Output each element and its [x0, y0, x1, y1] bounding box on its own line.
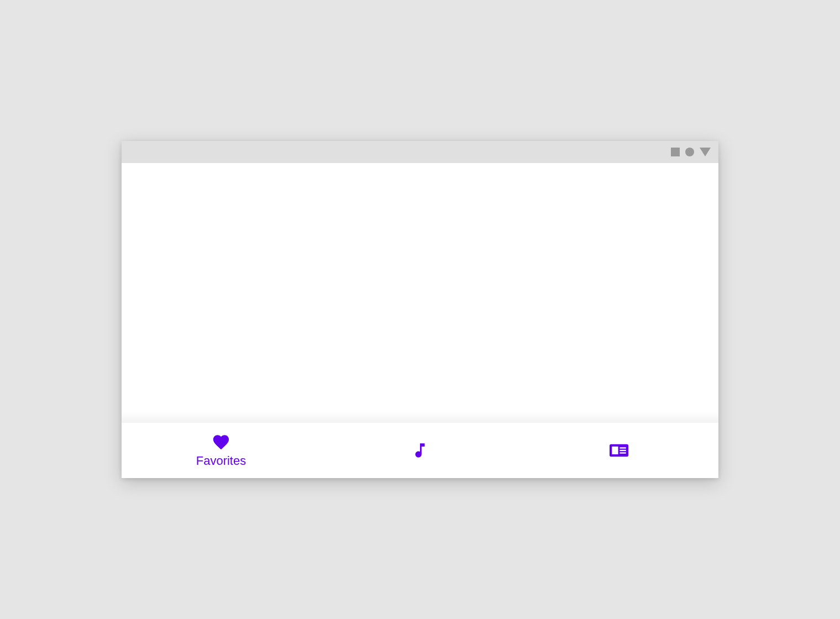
content-area [122, 163, 718, 423]
status-square-icon [671, 148, 680, 156]
nav-item-news[interactable]: News [519, 423, 718, 478]
svg-rect-2 [620, 447, 626, 448]
music-note-icon [411, 441, 429, 460]
svg-rect-3 [620, 450, 626, 451]
status-circle-icon [685, 148, 694, 156]
status-bar [122, 141, 718, 163]
nav-item-music[interactable]: Music [321, 423, 519, 478]
status-triangle-icon [700, 148, 711, 156]
bottom-navigation: Favorites Music News [122, 423, 718, 478]
nav-item-favorites[interactable]: Favorites [122, 423, 321, 478]
svg-rect-4 [620, 452, 626, 453]
heart-icon [212, 433, 230, 452]
nav-label-favorites: Favorites [196, 454, 246, 468]
device-frame: Favorites Music News [122, 141, 718, 478]
news-reader-icon [610, 441, 628, 460]
content-shadow [122, 412, 718, 423]
svg-rect-1 [612, 447, 618, 454]
